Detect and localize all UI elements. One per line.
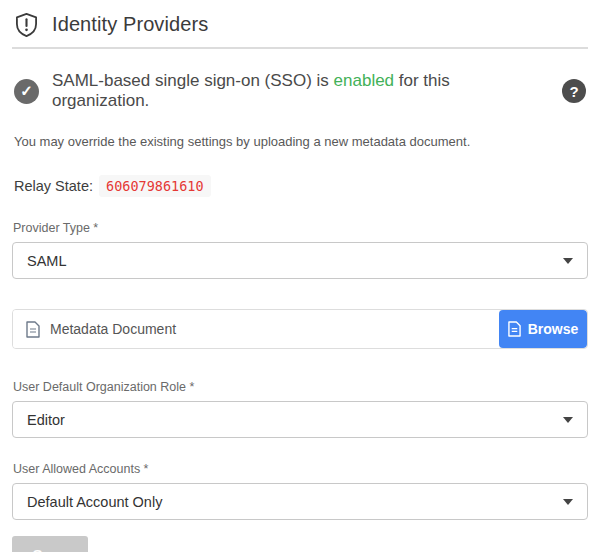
provider-type-value: SAML — [27, 253, 67, 269]
relay-state-label: Relay State: — [14, 178, 93, 194]
metadata-document-row: Metadata Document Browse — [12, 309, 588, 349]
relay-state-row: Relay State: 606079861610 — [12, 175, 588, 197]
provider-type-label: Provider Type * — [12, 221, 588, 235]
status-text-before: SAML-based single sign-on (SSO) is — [52, 71, 334, 90]
sso-status-text: SAML-based single sign-on (SSO) is enabl… — [52, 71, 549, 111]
document-icon — [26, 321, 40, 338]
allowed-accounts-field: User Allowed Accounts * Default Account … — [12, 462, 588, 520]
chevron-down-icon — [563, 499, 573, 505]
relay-state-value: 606079861610 — [99, 175, 211, 197]
metadata-document-placeholder: Metadata Document — [50, 321, 176, 337]
help-icon[interactable]: ? — [562, 79, 586, 103]
default-role-value: Editor — [27, 412, 65, 428]
shield-exclamation-icon — [14, 11, 39, 38]
status-enabled-text: enabled — [334, 71, 395, 90]
default-role-label: User Default Organization Role * — [12, 380, 588, 394]
default-role-select[interactable]: Editor — [12, 401, 588, 438]
page-title: Identity Providers — [52, 13, 208, 36]
browse-button[interactable]: Browse — [499, 310, 587, 348]
document-icon — [508, 321, 521, 337]
sso-status-row: ✓ SAML-based single sign-on (SSO) is ena… — [12, 71, 588, 111]
provider-type-select[interactable]: SAML — [12, 242, 588, 279]
browse-button-label: Browse — [528, 321, 579, 337]
metadata-document-input[interactable]: Metadata Document — [13, 310, 499, 348]
override-note: You may override the existing settings b… — [12, 134, 588, 149]
chevron-down-icon — [563, 258, 573, 264]
identity-providers-page: Identity Providers ✓ SAML-based single s… — [0, 0, 600, 552]
page-header: Identity Providers — [12, 0, 588, 49]
save-button[interactable]: Save — [12, 536, 88, 552]
check-icon: ✓ — [14, 79, 39, 104]
allowed-accounts-value: Default Account Only — [27, 494, 162, 510]
allowed-accounts-select[interactable]: Default Account Only — [12, 483, 588, 520]
default-role-field: User Default Organization Role * Editor — [12, 380, 588, 438]
chevron-down-icon — [563, 417, 573, 423]
provider-type-field: Provider Type * SAML — [12, 221, 588, 279]
allowed-accounts-label: User Allowed Accounts * — [12, 462, 588, 476]
